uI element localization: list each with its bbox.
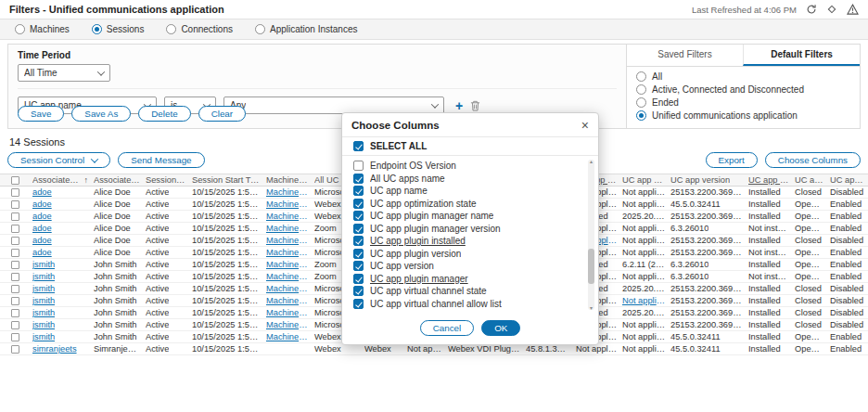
column-option-uc-app-plugin-manager-version[interactable]: UC app plugin manager version [353, 223, 581, 236]
column-option-uc-app-plugin-version[interactable]: UC app plugin version [353, 248, 581, 261]
view-mode-application-instances[interactable]: Application Instances [255, 24, 358, 34]
view-mode-sessions[interactable]: Sessions [92, 24, 145, 34]
column-option-uc-app-name[interactable]: UC app name [353, 185, 581, 198]
column-option-uc-app-plugin-installed[interactable]: UC app plugin installed [353, 235, 581, 248]
column-option-uc-app-optimization-state[interactable]: UC app optimization state [353, 198, 581, 211]
column-header-session_state[interactable]: Session State [143, 175, 189, 185]
checkbox-icon [11, 333, 19, 341]
row-checkbox[interactable] [6, 237, 30, 245]
send-message-button[interactable]: Send Message [118, 152, 204, 168]
delete-button[interactable]: Delete [138, 106, 190, 122]
cell-machine_name[interactable]: Machine-200 [263, 187, 312, 197]
scrollbar-thumb[interactable] [588, 249, 594, 284]
filter-option-active-connected-and-disconnected[interactable]: Active, Connected and Disconnected [636, 84, 850, 95]
row-checkbox[interactable] [6, 188, 30, 197]
row-checkbox[interactable] [6, 321, 30, 329]
row-checkbox[interactable] [6, 333, 30, 341]
cell-associated_user[interactable]: simranjeets [30, 344, 91, 354]
session-control-button[interactable]: Session Control [7, 152, 110, 168]
alerts-icon[interactable] [847, 4, 859, 15]
row-checkbox[interactable] [6, 249, 30, 257]
row-checkbox[interactable] [6, 212, 30, 221]
row-checkbox[interactable] [6, 273, 30, 281]
column-option-uc-app-plugin-manager[interactable]: UC app plugin manager [353, 273, 581, 286]
cell-associated_user[interactable]: adoe [30, 187, 91, 197]
scrollbar[interactable]: ▴ ▾ [588, 160, 594, 310]
row-checkbox[interactable] [6, 309, 30, 317]
checkbox-icon [353, 141, 364, 151]
column-option-uc-app-virtual-channel-allow-list[interactable]: UC app virtual channel allow list [353, 298, 581, 311]
column-header-associated_user[interactable]: Associated User↑ [30, 175, 91, 185]
export-button[interactable]: Export [706, 152, 758, 168]
cell-associated_user[interactable]: jsmith [30, 308, 91, 317]
row-checkbox[interactable] [6, 200, 30, 209]
refresh-icon[interactable] [806, 4, 817, 15]
filter-option-unified-communications-application[interactable]: Unified communications application [636, 110, 850, 121]
filter-option-ended[interactable]: Ended [636, 97, 850, 108]
row-checkbox[interactable] [6, 297, 30, 305]
column-option-uc-app-plugin-manager-name[interactable]: UC app plugin manager name [353, 210, 581, 223]
cell-machine_name[interactable]: Machine-001 [263, 332, 312, 341]
cell-machine_name[interactable]: Machine-200 [263, 236, 312, 245]
choose-columns-button[interactable]: Choose Columns [765, 152, 861, 168]
column-header-session_start_time[interactable]: Session Start Time [189, 175, 263, 185]
cell-associated_user[interactable]: adoe [30, 212, 91, 221]
delete-criteria-icon[interactable] [470, 100, 480, 111]
row-checkbox[interactable] [6, 261, 30, 269]
column-header-uc_app_plugin_manager_version[interactable]: UC app plugin manager version [619, 175, 668, 185]
view-mode-machines[interactable]: Machines [15, 24, 70, 34]
filter-option-all[interactable]: All [636, 71, 850, 82]
cell-machine_name[interactable]: Machine-200 [263, 224, 312, 233]
column-option-all-uc-apps-name[interactable]: All UC apps name [353, 173, 581, 186]
row-checkbox[interactable] [6, 225, 30, 233]
cancel-button[interactable]: Cancel [420, 320, 475, 336]
tab-default-filters[interactable]: Default Filters [743, 45, 860, 66]
ok-button[interactable]: OK [481, 320, 520, 336]
column-header-machine_name[interactable]: Machine Name [263, 175, 312, 185]
cell-associated_user[interactable]: adoe [30, 236, 91, 245]
cell-machine_name[interactable]: Machine-200 [263, 248, 312, 257]
cell-machine_name[interactable]: Machine-001 [263, 260, 312, 269]
cell-session_state: Active [143, 236, 189, 245]
save-as-button[interactable]: Save As [71, 106, 131, 122]
clear-button[interactable]: Clear [198, 106, 246, 122]
cell-associated_user[interactable]: adoe [30, 224, 91, 233]
cell-associated_user[interactable]: jsmith [30, 296, 91, 305]
close-icon[interactable]: × [581, 119, 589, 132]
cell-associated_user[interactable]: jsmith [30, 284, 91, 293]
column-header-uc_app_virtual_channel_allow_list[interactable]: UC app virtual channel allow list [827, 175, 868, 185]
cell-machine_name[interactable]: Machine-200 [263, 200, 312, 209]
add-criteria-icon[interactable]: + [455, 99, 463, 112]
tab-saved-filters[interactable]: Saved Filters [627, 45, 743, 66]
cell-associated_user[interactable]: jsmith [30, 332, 91, 341]
time-period-select[interactable]: All Time [18, 64, 110, 82]
cell-associated_user[interactable]: adoe [30, 248, 91, 257]
cell-machine_name[interactable]: Machine-001 [263, 320, 312, 329]
cell-associated_user[interactable]: jsmith [30, 260, 91, 269]
scroll-up-icon[interactable]: ▴ [588, 159, 594, 164]
cell-associated_user[interactable]: jsmith [30, 320, 91, 329]
cell-machine_name[interactable]: Machine-200 [263, 212, 312, 221]
column-option-uc-app-version[interactable]: UC app version [353, 260, 581, 273]
column-header-uc_app_version[interactable]: UC app version [668, 175, 746, 185]
column-header-uc_app_plugin_manager[interactable]: UC app plugin manager [746, 175, 792, 185]
row-checkbox[interactable] [6, 345, 30, 354]
column-header-associated_user_name[interactable]: Associated User Name [91, 175, 143, 185]
cell-associated_user[interactable]: jsmith [30, 272, 91, 281]
cell-associated_user[interactable]: adoe [30, 200, 91, 209]
select-all-rows-checkbox[interactable] [6, 176, 30, 185]
column-header-uc_app_virtual_channel_state[interactable]: UC app virtual channel state [792, 175, 827, 185]
scroll-down-icon[interactable]: ▾ [588, 305, 594, 311]
cell-machine_name[interactable]: Machine-001 [263, 284, 312, 293]
popout-icon[interactable] [826, 4, 837, 15]
column-option-endpoint-os-version[interactable]: Endpoint OS Version [353, 160, 581, 173]
row-checkbox[interactable] [6, 285, 30, 293]
column-option-uc-app-virtual-channel-state[interactable]: UC app virtual channel state [353, 285, 581, 298]
cell-machine_name[interactable]: Machine-001 [263, 296, 312, 305]
view-mode-connections[interactable]: Connections [166, 24, 233, 34]
cell-machine_name[interactable]: Machine-001 [263, 272, 312, 281]
cell-machine_name[interactable]: Machine-001 [263, 308, 312, 317]
cell-uc_app_plugin_manager_version[interactable]: Not applicable [619, 296, 668, 305]
save-button[interactable]: Save [18, 106, 64, 122]
select-all-option[interactable]: SELECT ALL [342, 136, 598, 156]
